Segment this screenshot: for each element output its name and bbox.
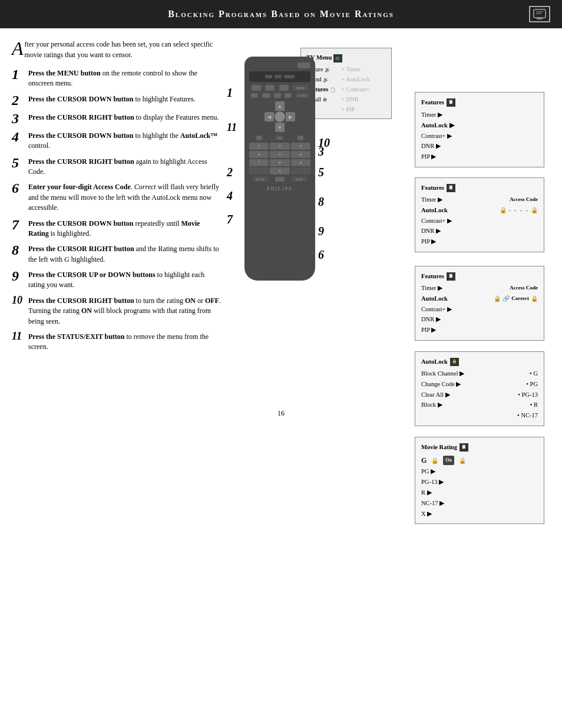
step-1: 1 Press the MENU button on the remote co… [12,68,221,89]
step-10: 10 Press the CURSOR RIGHT button to turn… [12,296,221,327]
step-label-1: 1 [227,86,233,100]
step-label-9: 9 [318,225,324,238]
step-3: 3 Press the CURSOR RIGHT button to displ… [12,113,221,126]
panel-features-3: Features 📋 Timer ▶ Access Code AutoLock … [415,266,544,341]
step-number-4: 4 [12,130,28,144]
panel-autolock: AutoLock 🔒 Block Channel ▶• G Change Cod… [415,351,544,426]
step-8: 8 Press the CURSOR RIGHT button and the … [12,244,221,265]
dropcap: A [12,39,24,58]
step-6: 6 Enter your four-digit Access Code. Cor… [12,182,221,213]
step-number-1: 1 [12,67,28,81]
step-number-5: 5 [12,156,28,170]
step-text-11: Press the STATUS/EXIT button to remove t… [28,332,221,353]
step-number-2: 2 [12,93,28,107]
step-number-10: 10 [12,295,28,305]
step-number-11: 11 [12,331,28,341]
step-text-2: Press the CURSOR DOWN button to highligh… [28,94,221,104]
step-number-6: 6 [12,181,28,195]
step-number-3: 3 [12,111,28,126]
step-text-6: Enter your four-digit Access Code. Corre… [28,182,221,213]
step-label-11: 11 [227,121,237,134]
step-text-7: Press the CURSOR DOWN button repeatedly … [28,219,221,239]
page-header: Blocking Programs Based on Movie Ratings [0,0,562,28]
step-number-9: 9 [12,269,28,283]
step-4: 4 Press the CURSOR DOWN button to highli… [12,131,221,151]
panel-features-1: Features 📋 Timer ▶ AutoLock ▶ Contrast+ … [415,92,544,167]
header-icon [529,6,550,22]
panel-features-2: Features 📋 Timer ▶ Access Code AutoLock … [415,177,544,252]
step-number-7: 7 [12,218,28,232]
step-text-4: Press the CURSOR DOWN button to highligh… [28,131,221,151]
panel-movie-rating: Movie Rating 📋 G 🔒 On 🔒 PG ▶ PG-13 ▶ R ▶… [415,437,544,524]
diagram-column: TV Menu 📺 Picture 🔊 Sound 🔊 Features 📋 I… [233,39,544,393]
step-text-1: Press the MENU button on the remote cont… [28,68,221,89]
step-label-3: 3 [318,145,324,159]
main-content: After your personal access code has been… [0,28,562,403]
step-label-8: 8 [318,195,324,209]
instructions-column: After your personal access code has been… [12,39,221,393]
step-label-7: 7 [227,213,233,226]
step-text-10: Press the CURSOR RIGHT button to turn th… [28,296,221,327]
step-2: 2 Press the CURSOR DOWN button to highli… [12,94,221,107]
step-text-8: Press the CURSOR RIGHT button and the Ra… [28,244,221,265]
step-text-5: Press the CURSOR RIGHT button again to h… [28,157,221,177]
intro-text: After your personal access code has been… [12,39,221,60]
step-label-5: 5 [318,166,324,179]
step-7: 7 Press the CURSOR DOWN button repeatedl… [12,219,221,239]
step-label-6: 6 [318,248,324,262]
step-number-8: 8 [12,243,28,257]
step-label-4: 4 [227,189,233,203]
step-label-2: 2 [227,166,233,179]
step-11: 11 Press the STATUS/EXIT button to remov… [12,332,221,353]
remote-control: 1 11 2 4 7 3 5 8 9 6 [233,57,315,281]
step-9: 9 Press the CURSOR UP or DOWN buttons to… [12,270,221,291]
steps-list: 1 Press the MENU button on the remote co… [12,68,221,353]
step-text-3: Press the CURSOR RIGHT button to display… [28,113,221,123]
page-title: Blocking Programs Based on Movie Ratings [33,9,529,19]
step-text-9: Press the CURSOR UP or DOWN buttons to h… [28,270,221,291]
step-5: 5 Press the CURSOR RIGHT button again to… [12,157,221,177]
